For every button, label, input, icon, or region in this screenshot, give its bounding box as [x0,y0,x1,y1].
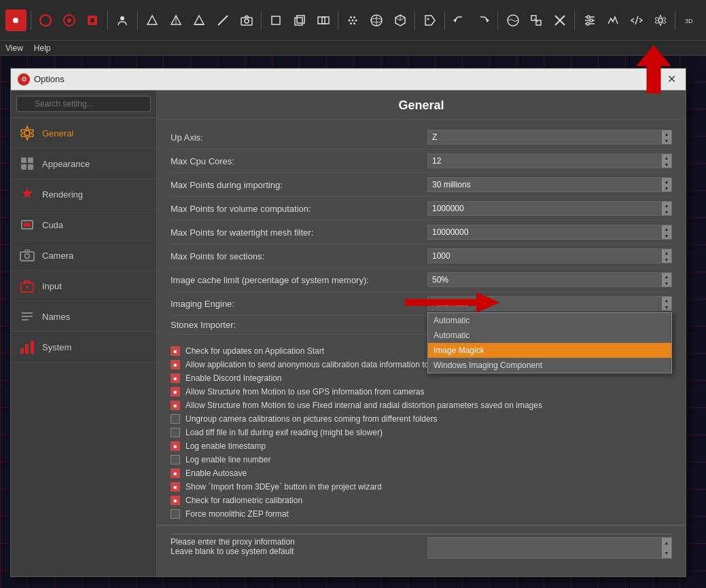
max-points-watertight-spinner[interactable]: ▲ ▼ [662,225,671,239]
toolbar-code-btn[interactable] [626,10,648,31]
checkbox-row-8[interactable]: Log enable line number [171,453,672,466]
svg-point-25 [350,16,352,18]
toolbar-copy-btn[interactable] [289,10,311,31]
checkbox-row-7[interactable]: Log enable timestamp [171,439,672,453]
proxy-spinner[interactable]: ▲ ▼ [662,538,671,558]
checkbox-row-5[interactable]: Ungroup camera calibrations on pictures … [171,412,672,426]
dropdown-option-automatic2[interactable]: Automatic [428,328,671,343]
cuda-icon [19,217,35,233]
toolbar-triangle2-btn[interactable] [165,10,186,31]
dialog-close-button[interactable]: ✕ [664,72,679,87]
toolbar-globe-btn[interactable] [502,10,523,31]
sidebar-item-system[interactable]: System [11,332,156,363]
toolbar-triangle-btn[interactable] [141,10,162,31]
toolbar-peaks-btn[interactable] [603,10,624,31]
max-points-volume-value[interactable]: 1000000 ▲ ▼ [427,201,672,216]
checkbox-4[interactable] [171,401,180,410]
checkbox-7[interactable] [171,441,180,451]
sidebar-item-camera[interactable]: Camera [11,240,156,271]
checkbox-row-2[interactable]: Enable Discord Integration [171,371,672,385]
toolbar-line-btn[interactable] [213,10,234,31]
toolbar-undo-btn[interactable] [449,10,470,31]
max-points-sections-value[interactable]: 1000 ▲ ▼ [427,249,672,263]
checkbox-row-12[interactable]: Force monolithic ZEP format [171,507,672,521]
menu-help[interactable]: Help [34,43,51,53]
image-cache-spinner[interactable]: ▲ ▼ [662,273,671,287]
sidebar-item-cuda[interactable]: Cuda [11,210,156,240]
checkbox-row-11[interactable]: Check for radiometric calibration [171,494,672,507]
toolbar-3d-btn[interactable]: 3D [679,10,701,31]
cpu-cores-value[interactable]: 12 ▲ ▼ [427,153,672,168]
toolbar-dots-btn[interactable] [342,10,364,31]
search-box: 🔍 [11,90,156,118]
toolbar-separator-4 [261,11,262,30]
search-input[interactable] [16,96,151,112]
up-axis-spinner[interactable]: ▲ ▼ [662,130,671,144]
toolbar-tag-btn[interactable] [419,10,440,31]
checkbox-row-9[interactable]: Enable Autosave [171,466,672,480]
checkbox-12[interactable] [171,509,180,519]
toolbar-overlap-btn[interactable] [313,10,334,31]
dropdown-option-imagemagick[interactable]: Image Magick [428,343,671,358]
checkbox-row-4[interactable]: Allow Structure from Motion to use Fixed… [171,399,672,412]
checkbox-11[interactable] [171,496,180,505]
dropdown-option-wic[interactable]: Windows Imaging Component [428,358,671,373]
toolbar-transform-btn[interactable] [526,10,547,31]
svg-point-4 [40,15,51,26]
toolbar-person-btn[interactable] [112,10,133,31]
toolbar-btn-2[interactable] [35,10,56,31]
checkbox-0[interactable] [171,346,180,356]
max-points-watertight-value[interactable]: 10000000 ▲ ▼ [427,225,672,240]
max-points-volume-spinner[interactable]: ▲ ▼ [662,202,671,215]
toolbar-sliders-btn[interactable] [579,10,600,31]
checkbox-2[interactable] [171,373,180,383]
toolbar-cut-btn[interactable] [550,10,571,31]
toolbar-record-btn[interactable] [5,10,27,31]
toolbar-btn-3[interactable] [58,10,80,31]
toolbar-box-btn[interactable] [266,10,287,31]
proxy-input[interactable]: ▲ ▼ [427,537,672,559]
imaging-engine-spinner[interactable]: ▲ ▼ [662,297,671,310]
up-axis-value[interactable]: Z ▲ ▼ [427,130,672,145]
imaging-engine-value[interactable]: Automatic ▲ ▼ [427,296,672,311]
proxy-spin-up[interactable]: ▲ [662,538,671,548]
sidebar-system-label: System [42,342,71,352]
dropdown-option-automatic1[interactable]: Automatic [428,313,671,328]
sidebar-item-general[interactable]: General [11,118,156,149]
proxy-spin-down[interactable]: ▼ [662,548,671,558]
checkbox-6[interactable] [171,428,180,437]
image-cache-value[interactable]: 50% ▲ ▼ [427,272,672,287]
svg-rect-69 [20,348,24,354]
sidebar-item-input[interactable]: Input [11,271,156,301]
menu-view[interactable]: View [5,43,23,53]
toolbar-separator-5 [338,11,338,30]
toolbar-sphere-btn[interactable] [366,10,387,31]
max-points-sections-spinner[interactable]: ▲ ▼ [662,249,671,263]
up-axis-down[interactable]: ▼ [662,137,671,144]
max-points-import-value[interactable]: 30 millions ▲ ▼ [427,177,672,192]
checkbox-9[interactable] [171,468,180,478]
toolbar-camera-btn[interactable] [236,10,257,31]
cpu-cores-label: Max Cpu Cores: [171,156,427,166]
toolbar-triangle3-btn[interactable] [189,10,210,31]
toolbar-redo-btn[interactable] [473,10,494,31]
sidebar-item-names[interactable]: Names [11,301,156,332]
checkbox-8[interactable] [171,455,180,464]
toolbar-gear-btn[interactable] [650,10,671,31]
image-cache-label: Image cache limit (percentage of system … [171,275,427,285]
sidebar-item-appearance[interactable]: Appearance [11,149,156,179]
checkbox-row-10[interactable]: Show `Import from 3DEye` button in the p… [171,480,672,494]
sidebar-item-rendering[interactable]: Rendering [11,179,156,210]
setting-max-points-volume: Max Points for volume computation: 10000… [171,197,672,221]
checkbox-10[interactable] [171,482,180,492]
toolbar-cube-btn[interactable] [390,10,411,31]
max-points-import-spinner[interactable]: ▲ ▼ [662,178,671,191]
checkbox-row-6[interactable]: Load tiff file in full during exif readi… [171,426,672,439]
cpu-cores-spinner[interactable]: ▲ ▼ [662,154,671,168]
checkbox-row-3[interactable]: Allow Structure from Motion to use GPS i… [171,385,672,399]
checkbox-5[interactable] [171,414,180,424]
checkbox-3[interactable] [171,387,180,397]
up-axis-up[interactable]: ▲ [662,130,671,137]
toolbar-btn-4[interactable] [82,10,103,31]
checkbox-1[interactable] [171,360,180,369]
